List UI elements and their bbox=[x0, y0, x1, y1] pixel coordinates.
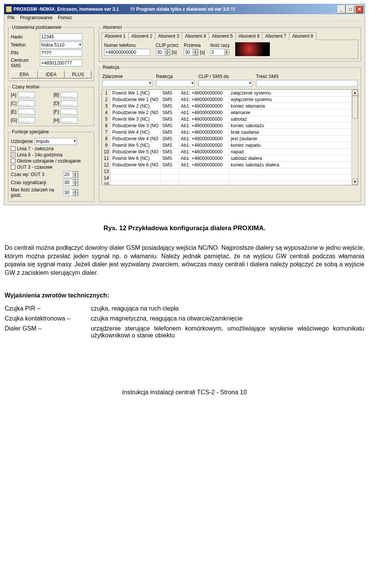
table-row[interactable]: 14 bbox=[102, 175, 352, 181]
chk-glosne[interactable]: Głośne uzbrajanie / rozbrajanie bbox=[11, 158, 91, 164]
checkbox-icon bbox=[11, 153, 15, 157]
menu-plik[interactable]: Plik bbox=[7, 15, 15, 20]
numer-label: Numer telefonu bbox=[104, 43, 150, 48]
tresc-input[interactable] bbox=[256, 80, 357, 87]
tab-abonent[interactable]: Abonent 6 bbox=[236, 32, 263, 40]
tab-abonent[interactable]: Abonent 1 bbox=[101, 32, 129, 40]
maximize-button[interactable]: □ bbox=[346, 5, 354, 13]
test-time-input[interactable]: __:__ bbox=[18, 109, 35, 115]
checkbox-icon bbox=[11, 165, 15, 169]
przerwa-label: Przerwa bbox=[184, 43, 205, 48]
table-row[interactable]: 3Powrót We 2 (NC)SMSAb1: +48000000000kon… bbox=[102, 103, 352, 110]
czasy-legend: Czasy testów bbox=[11, 84, 40, 90]
tab-abonent[interactable]: Abonent 8 bbox=[289, 32, 316, 40]
def-term: Czujka kontaktronowa – bbox=[5, 315, 81, 322]
haslo-input[interactable]: 12345 bbox=[40, 33, 82, 40]
logo-image bbox=[235, 42, 270, 56]
tab-abonent[interactable]: Abonent 2 bbox=[128, 32, 156, 40]
test-label: [D] bbox=[53, 101, 59, 106]
table-row[interactable]: 1Powrót We 1 (NC)SMSAb1: +48000000000zał… bbox=[102, 90, 352, 96]
app-window: PROXGSM -NOKIA_Ericsson, homewave ver 3.… bbox=[4, 4, 365, 205]
ilosc-input[interactable]: 3 bbox=[210, 49, 225, 56]
unit-label: [s] bbox=[172, 50, 177, 55]
test-time-input[interactable]: __:__ bbox=[60, 109, 77, 115]
spin-up-icon[interactable]: ▲ bbox=[224, 49, 229, 52]
test-time-input[interactable]: __:__ bbox=[18, 92, 35, 98]
scroll-thumb[interactable] bbox=[352, 96, 358, 119]
spin-up-icon[interactable]: ▲ bbox=[165, 49, 170, 52]
window-title-right: !!! Program działa tylko z dialerami od … bbox=[130, 7, 235, 12]
spin-down-icon[interactable]: ▼ bbox=[73, 174, 78, 178]
spin-down-icon[interactable]: ▼ bbox=[165, 52, 170, 55]
spin-down-icon[interactable]: ▼ bbox=[224, 52, 229, 55]
pin-label: PIN bbox=[11, 50, 38, 56]
test-time-input[interactable]: __:__ bbox=[61, 100, 78, 106]
header-clip: CLIP / SMS do bbox=[198, 74, 254, 79]
spin-down-icon[interactable]: ▼ bbox=[193, 52, 198, 55]
test-time-input[interactable]: __:__ bbox=[61, 92, 78, 98]
funkcje-group: Funkcje specjalne Uzbrojenie Impuls Lini… bbox=[8, 129, 94, 202]
test-label: [E] bbox=[11, 109, 17, 115]
spin-up-icon[interactable]: ▲ bbox=[73, 189, 78, 193]
table-row[interactable]: 13 bbox=[102, 168, 352, 175]
czas-syg-label: Czas sygnalizacji bbox=[11, 180, 61, 185]
clip-label: CLIP przez bbox=[156, 43, 178, 48]
clip-select[interactable] bbox=[198, 80, 252, 87]
zdarzenie-select[interactable] bbox=[102, 80, 152, 87]
test-time-input[interactable]: __:__ bbox=[61, 117, 78, 123]
app-icon bbox=[6, 6, 12, 12]
uzbrojenie-select[interactable]: Impuls bbox=[35, 138, 77, 145]
table-row[interactable]: 4Pobudzenie We 2 (NOSMSAb1: +48000000000… bbox=[102, 110, 352, 116]
plus-button[interactable]: PLUS bbox=[65, 71, 91, 78]
table-row[interactable]: 12Pobudzenie We 6 (NOSMSAb1: +4800000000… bbox=[102, 162, 352, 168]
menubar: Plik Programowanie Pomoc bbox=[4, 14, 365, 22]
vertical-scrollbar[interactable]: ▲ ▼ bbox=[352, 90, 358, 185]
tab-abonent[interactable]: Abonent 3 bbox=[155, 32, 182, 40]
menu-pomoc[interactable]: Pomoc bbox=[58, 15, 72, 20]
scroll-down-icon[interactable]: ▼ bbox=[352, 179, 358, 185]
idea-button[interactable]: IDEA bbox=[38, 71, 65, 78]
chk-linia7[interactable]: Linia 7 - zwłoczna bbox=[11, 146, 91, 151]
czasy-group: Czasy testów [A]__:__[B]__:__[C]__:__[D]… bbox=[8, 84, 94, 126]
checkbox-icon bbox=[11, 146, 15, 151]
spin-down-icon[interactable]: ▼ bbox=[73, 193, 78, 196]
reakcja-select[interactable] bbox=[156, 80, 194, 87]
table-row[interactable]: 2Pobudzenie We 1 (NOSMSAb1: +48000000000… bbox=[102, 96, 352, 103]
test-time-input[interactable]: __:__ bbox=[18, 100, 35, 106]
table-row[interactable]: 9Powrót We 5 (NC)SMSAb1: +48000000000kon… bbox=[102, 142, 352, 149]
centrum-input[interactable]: +48501200777 bbox=[40, 60, 82, 66]
numer-input[interactable]: +48000000000 bbox=[104, 49, 150, 56]
tab-abonent[interactable]: Abonent 4 bbox=[182, 32, 209, 40]
test-label: [H] bbox=[53, 118, 59, 123]
tab-abonent[interactable]: Abonent 5 bbox=[209, 32, 236, 40]
menu-programowanie[interactable]: Programowanie bbox=[20, 15, 52, 20]
test-label: [B] bbox=[53, 92, 59, 98]
checkbox-icon bbox=[11, 159, 15, 163]
spin-up-icon[interactable]: ▲ bbox=[73, 171, 78, 174]
uzbrojenie-label: Uzbrojenie bbox=[11, 139, 32, 144]
scroll-up-icon[interactable]: ▲ bbox=[352, 90, 358, 96]
figure-caption: Rys. 12 Przykładowa konfiguracja dialera… bbox=[5, 224, 364, 232]
reakcja-group: Reakcja Zdarzenie Reakcja CLIP / SMS do bbox=[99, 65, 361, 202]
spin-up-icon[interactable]: ▲ bbox=[73, 179, 78, 183]
def-term: Czujka PIR – bbox=[5, 305, 81, 312]
table-row[interactable]: 7Powrót We 4 (NC)SMSAb1: +48000000000bra… bbox=[102, 129, 352, 136]
tab-abonent[interactable]: Abonent 7 bbox=[262, 32, 289, 40]
pin-input[interactable]: ???? bbox=[40, 50, 82, 56]
table-row[interactable]: 6Pobudzenie We 3 (NOSMSAb1: +48000000000… bbox=[102, 123, 352, 129]
close-button[interactable]: ✕ bbox=[355, 5, 363, 13]
settings-group: Ustawienia podstawowe Hasło 12345 Telefo… bbox=[8, 25, 94, 81]
table-row[interactable]: 8Pobudzenie We 4 (NOSMSAb1: +48000000000… bbox=[102, 136, 352, 142]
table-row[interactable]: 15 bbox=[102, 181, 352, 185]
test-time-input[interactable]: __:__ bbox=[18, 117, 35, 123]
minimize-button[interactable]: _ bbox=[337, 5, 346, 13]
chk-out3[interactable]: OUT 3 - czasowe bbox=[11, 164, 91, 170]
telefon-select[interactable]: Nokia 5110 bbox=[40, 42, 82, 48]
table-row[interactable]: 10Pobudzenie We 5 (NOSMSAb1: +4800000000… bbox=[102, 149, 352, 155]
table-row[interactable]: 11Powrót We 6 (NC)SMSAb1: +48000000000sa… bbox=[102, 155, 352, 162]
chk-linia6[interactable]: Linia 6 - 24o godzinna bbox=[11, 152, 91, 158]
spin-up-icon[interactable]: ▲ bbox=[193, 49, 198, 52]
era-button[interactable]: ERA bbox=[11, 71, 38, 78]
spin-down-icon[interactable]: ▼ bbox=[73, 183, 78, 186]
table-row[interactable]: 5Powrót We 3 (NC)SMSAb1: +48000000000sab… bbox=[102, 116, 352, 123]
